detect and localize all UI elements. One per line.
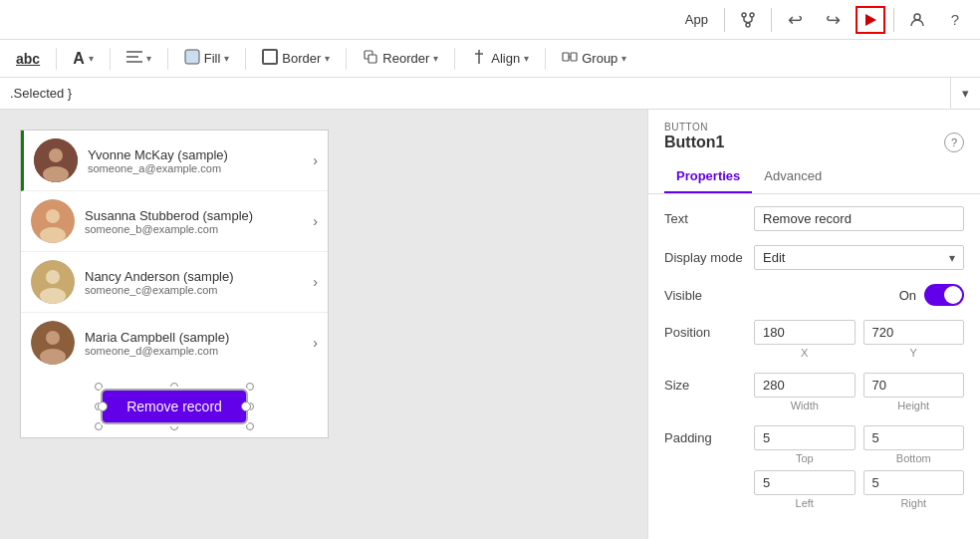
prop-display-mode-label: Display mode	[664, 250, 754, 265]
reorder-button[interactable]: Reorder ▾	[355, 45, 446, 73]
align-btn[interactable]: Align ▾	[463, 45, 537, 73]
contact-email: someone_d@example.com	[85, 345, 303, 357]
contact-name: Susanna Stubberod (sample)	[85, 208, 303, 223]
svg-rect-19	[571, 53, 577, 61]
align-button[interactable]: ▾	[119, 45, 159, 73]
main-area: Yvonne McKay (sample) someone_a@example.…	[0, 110, 980, 539]
prop-position-fields: X Y	[754, 320, 964, 359]
display-mode-select-wrap: Edit View Disabled ▾	[754, 245, 964, 270]
play-icon[interactable]	[856, 6, 885, 34]
handle-tr	[246, 383, 254, 391]
contact-chevron: ›	[313, 335, 318, 351]
padding-left-wrap: Left	[754, 470, 856, 509]
padding-top-input[interactable]	[754, 425, 856, 450]
size-height-input[interactable]	[863, 373, 965, 398]
panel-header: BUTTON Button1 ?	[648, 110, 980, 152]
handle-b	[170, 422, 178, 430]
fork-icon[interactable]	[733, 6, 763, 34]
top-bar-right: App ↩ ↪ ?	[677, 6, 970, 34]
remove-btn-container: Remove record	[21, 373, 328, 440]
position-y-wrap: Y	[863, 320, 965, 359]
reorder-icon	[363, 49, 378, 68]
position-x-input[interactable]	[754, 320, 856, 345]
panel-help-icon[interactable]: ?	[944, 133, 964, 152]
align-btn-label: Align	[491, 51, 520, 66]
align-chevron: ▾	[146, 53, 151, 64]
prop-visible-row: Visible On	[664, 284, 964, 306]
prop-text-label: Text	[664, 211, 754, 226]
fill-button[interactable]: Fill ▾	[176, 45, 238, 73]
border-button[interactable]: Border ▾	[254, 45, 338, 73]
svg-rect-12	[185, 50, 199, 64]
sep-3	[167, 48, 168, 70]
display-mode-select[interactable]: Edit View Disabled	[755, 246, 963, 269]
prop-visible-label: Visible	[664, 288, 754, 303]
contact-email: someone_b@example.com	[85, 223, 303, 235]
svg-point-32	[40, 349, 66, 365]
handle-br	[246, 422, 254, 430]
help-icon[interactable]: ?	[940, 6, 970, 34]
formula-bar: ▾	[0, 78, 980, 110]
prop-size-fields: Width Height	[754, 373, 964, 411]
svg-rect-15	[368, 55, 376, 63]
size-width-input[interactable]	[754, 373, 856, 398]
toggle-knob	[944, 286, 962, 304]
svg-point-22	[49, 148, 63, 162]
bottom-label: Bottom	[863, 452, 965, 464]
user-icon[interactable]	[902, 6, 932, 34]
contact-info: Maria Campbell (sample) someone_d@exampl…	[85, 330, 303, 357]
contact-info: Nancy Anderson (sample) someone_c@exampl…	[85, 269, 303, 296]
list-item[interactable]: Maria Campbell (sample) someone_d@exampl…	[21, 313, 328, 373]
list-item[interactable]: Yvonne McKay (sample) someone_a@example.…	[21, 131, 328, 191]
padding-bottom-wrap: Bottom	[863, 425, 965, 464]
svg-point-29	[40, 288, 66, 304]
font-chevron: ▾	[89, 53, 94, 64]
padding-right-input[interactable]	[863, 470, 965, 495]
group-button[interactable]: Group ▾	[554, 45, 634, 73]
formula-dropdown[interactable]: ▾	[950, 78, 980, 110]
visible-toggle[interactable]	[924, 284, 964, 306]
avatar	[34, 138, 78, 182]
sep-5	[346, 48, 347, 70]
font-button[interactable]: A ▾	[65, 45, 102, 73]
group-icon	[562, 49, 578, 68]
border-chevron: ▾	[325, 53, 330, 64]
tab-advanced[interactable]: Advanced	[752, 160, 834, 193]
padding-bottom-input[interactable]	[863, 425, 965, 450]
padding-top-bottom-inputs: Top Bottom	[754, 425, 964, 464]
svg-point-26	[40, 227, 66, 243]
align-btn-icon	[471, 50, 487, 67]
prop-size-row: Size Width Height	[664, 373, 964, 411]
svg-point-31	[46, 331, 60, 345]
undo-icon[interactable]: ↩	[780, 6, 810, 34]
remove-record-button[interactable]: Remove record	[103, 391, 246, 422]
svg-marker-7	[865, 14, 876, 26]
list-item[interactable]: Susanna Stubberod (sample) someone_b@exa…	[21, 191, 328, 252]
width-label: Width	[754, 400, 856, 411]
prop-visible-value: On	[754, 284, 964, 306]
position-x-wrap: X	[754, 320, 856, 359]
divider-3	[893, 8, 894, 32]
text-format-button[interactable]: abc	[8, 45, 48, 73]
svg-point-28	[46, 270, 60, 284]
list-item[interactable]: Nancy Anderson (sample) someone_c@exampl…	[21, 252, 328, 313]
fill-icon	[184, 49, 200, 68]
avatar	[31, 260, 75, 304]
prop-position-label: Position	[664, 320, 754, 340]
avatar	[31, 199, 75, 243]
padding-top-wrap: Top	[754, 425, 856, 464]
tab-properties[interactable]: Properties	[664, 160, 752, 193]
text-input[interactable]	[754, 206, 964, 231]
redo-icon[interactable]: ↪	[818, 6, 848, 34]
canvas-inner: Yvonne McKay (sample) someone_a@example.…	[20, 130, 329, 438]
contact-list: Yvonne McKay (sample) someone_a@example.…	[21, 131, 328, 373]
visible-state-label: On	[899, 288, 916, 303]
position-y-input[interactable]	[863, 320, 965, 345]
reorder-label: Reorder	[382, 51, 429, 66]
size-width-wrap: Width	[754, 373, 856, 411]
size-height-wrap: Height	[863, 373, 965, 411]
svg-rect-18	[563, 53, 569, 61]
align-icon	[126, 50, 142, 67]
padding-left-input[interactable]	[754, 470, 856, 495]
formula-input[interactable]	[0, 78, 950, 109]
